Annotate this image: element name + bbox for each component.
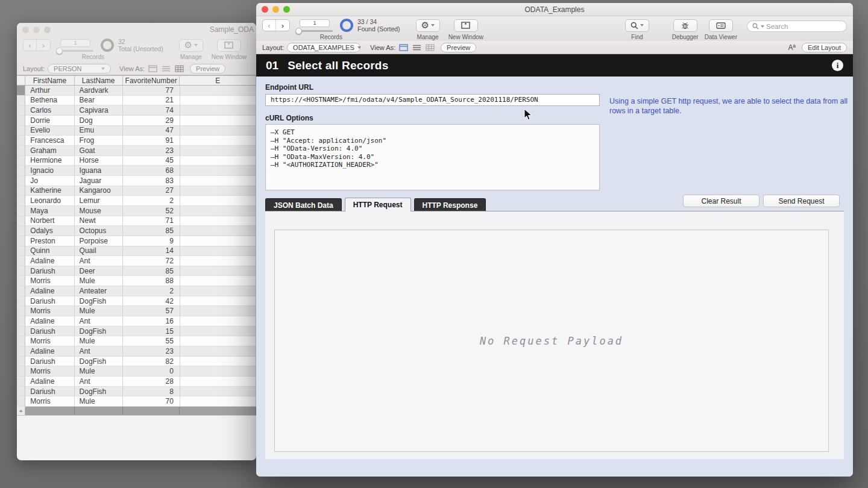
- preview-button[interactable]: Preview: [441, 43, 476, 52]
- table-row[interactable]: CarlosCapivara74: [17, 105, 256, 116]
- bg-slider-track[interactable]: [57, 50, 93, 52]
- manage-button[interactable]: ⚙: [179, 39, 203, 52]
- cell-lastname[interactable]: Frog: [75, 136, 123, 146]
- row-gutter[interactable]: [17, 336, 25, 346]
- cell-favoritenumber[interactable]: 57: [123, 306, 180, 316]
- cell-firstname[interactable]: Adaline: [25, 377, 74, 387]
- cell-favoritenumber[interactable]: 88: [123, 276, 180, 286]
- row-gutter[interactable]: [17, 196, 25, 206]
- cell-favoritenumber[interactable]: 21: [123, 96, 180, 106]
- table-row[interactable]: DariushDogFish15: [17, 327, 256, 337]
- row-gutter[interactable]: [17, 105, 25, 116]
- table-row[interactable]: HermioneHorse45: [17, 156, 256, 166]
- cell-email[interactable]: [180, 176, 256, 186]
- cell-lastname[interactable]: Lemur: [75, 196, 123, 206]
- cell-favoritenumber[interactable]: 45: [123, 156, 180, 166]
- cell-firstname[interactable]: Evelio: [25, 126, 74, 136]
- cell-lastname[interactable]: Ant: [75, 377, 123, 387]
- cell-email[interactable]: [180, 96, 256, 106]
- table-row[interactable]: JoJaguar83: [17, 176, 256, 186]
- bg-slider-thumb[interactable]: [56, 48, 63, 54]
- cell-firstname[interactable]: Dariush: [25, 357, 74, 367]
- cell-email[interactable]: [180, 316, 256, 327]
- cell-lastname[interactable]: Emu: [75, 126, 123, 136]
- cell-firstname[interactable]: Morris: [25, 276, 74, 286]
- cell-firstname[interactable]: Dariush: [25, 266, 74, 277]
- cell-firstname[interactable]: Morris: [25, 366, 74, 377]
- table-row[interactable]: DariushDeer85: [17, 266, 256, 277]
- cell-firstname[interactable]: Dorrie: [25, 116, 74, 126]
- row-gutter[interactable]: [17, 206, 25, 216]
- cell-firstname[interactable]: Ignacio: [25, 166, 74, 176]
- cell-lastname[interactable]: Ant: [75, 256, 123, 266]
- cell-favoritenumber[interactable]: 47: [123, 126, 180, 136]
- new-window-button[interactable]: [454, 19, 478, 32]
- form-view-icon[interactable]: [399, 44, 408, 51]
- col-header-firstname[interactable]: FirstName: [25, 76, 74, 85]
- cell-lastname[interactable]: Newt: [75, 216, 123, 227]
- cell-firstname[interactable]: Preston: [25, 236, 74, 246]
- table-row[interactable]: PrestonPorpoise9: [17, 236, 256, 246]
- cell-lastname[interactable]: Mule: [75, 306, 123, 316]
- table-row[interactable]: AdalineAnteater2: [17, 286, 256, 296]
- new-window-button[interactable]: [217, 39, 241, 52]
- cell-lastname[interactable]: Mule: [75, 366, 123, 377]
- cell-favoritenumber[interactable]: 14: [123, 246, 180, 257]
- cell-email[interactable]: [180, 206, 256, 216]
- cell-email[interactable]: [180, 186, 256, 196]
- cell-email[interactable]: [180, 357, 256, 367]
- cell-lastname[interactable]: Iguana: [75, 166, 123, 176]
- cell-favoritenumber[interactable]: 16: [123, 316, 180, 327]
- slider-thumb[interactable]: [295, 28, 302, 34]
- cell-email[interactable]: [180, 346, 256, 357]
- table-row[interactable]: FrancescaFrog91: [17, 136, 256, 146]
- row-gutter[interactable]: [17, 96, 25, 106]
- bg-preview-button[interactable]: Preview: [190, 64, 225, 74]
- table-row[interactable]: AdalineAnt28: [17, 377, 256, 387]
- endpoint-url-field[interactable]: https://<HOSTNAME>/fmi/odata/v4/Sample_O…: [265, 94, 600, 106]
- row-gutter[interactable]: [17, 387, 25, 397]
- row-gutter[interactable]: [17, 366, 25, 377]
- cell-lastname[interactable]: Bear: [75, 96, 123, 106]
- cell-favoritenumber[interactable]: 23: [123, 346, 180, 357]
- debugger-button[interactable]: [673, 19, 697, 32]
- table-row[interactable]: MayaMouse52: [17, 206, 256, 216]
- cell-favoritenumber[interactable]: 8: [123, 387, 180, 397]
- cell-email[interactable]: [180, 276, 256, 286]
- col-header-lastname[interactable]: LastName: [75, 76, 123, 85]
- cell-email[interactable]: [180, 266, 256, 277]
- table-row[interactable]: DariushDogFish82: [17, 357, 256, 367]
- cell-email[interactable]: [180, 136, 256, 146]
- bg-record-slider[interactable]: 1: [56, 39, 95, 52]
- background-window-sample-odata[interactable]: Sample_ODA ‹ › 1 32 Total (Unsorted) Rec…: [17, 23, 256, 460]
- cell-email[interactable]: [180, 166, 256, 176]
- table-row[interactable]: DorrieDog29: [17, 116, 256, 126]
- table-row[interactable]: QuinnQuail14: [17, 246, 256, 257]
- cell-firstname[interactable]: Arthur: [25, 86, 74, 96]
- row-gutter[interactable]: [17, 377, 25, 387]
- cell-lastname[interactable]: Aardvark: [75, 86, 123, 96]
- search-input[interactable]: Search: [747, 20, 847, 32]
- cell-favoritenumber[interactable]: 83: [123, 176, 180, 186]
- row-gutter[interactable]: [17, 226, 25, 236]
- table-row[interactable]: AdalineAnt16: [17, 316, 256, 327]
- table-view-icon[interactable]: [426, 44, 435, 51]
- row-gutter[interactable]: [17, 296, 25, 307]
- row-gutter[interactable]: [17, 86, 25, 96]
- col-header-email[interactable]: E: [180, 76, 256, 85]
- table-row[interactable]: GrahamGoat23: [17, 146, 256, 156]
- cell-firstname[interactable]: Morris: [25, 396, 74, 407]
- previous-record-button[interactable]: ‹: [24, 40, 37, 51]
- table-row[interactable]: NorbertNewt71: [17, 216, 256, 227]
- previous-record-button[interactable]: ‹: [263, 20, 276, 31]
- row-gutter[interactable]: [17, 116, 25, 126]
- row-gutter[interactable]: [17, 306, 25, 316]
- cell-email[interactable]: [180, 377, 256, 387]
- cell-email[interactable]: [180, 296, 256, 307]
- row-gutter[interactable]: [17, 346, 25, 357]
- row-gutter[interactable]: [17, 216, 25, 227]
- cell-lastname[interactable]: Octopus: [75, 226, 123, 236]
- cell-firstname[interactable]: Morris: [25, 306, 74, 316]
- cell-firstname[interactable]: Dariush: [25, 387, 74, 397]
- cell-email[interactable]: [180, 396, 256, 407]
